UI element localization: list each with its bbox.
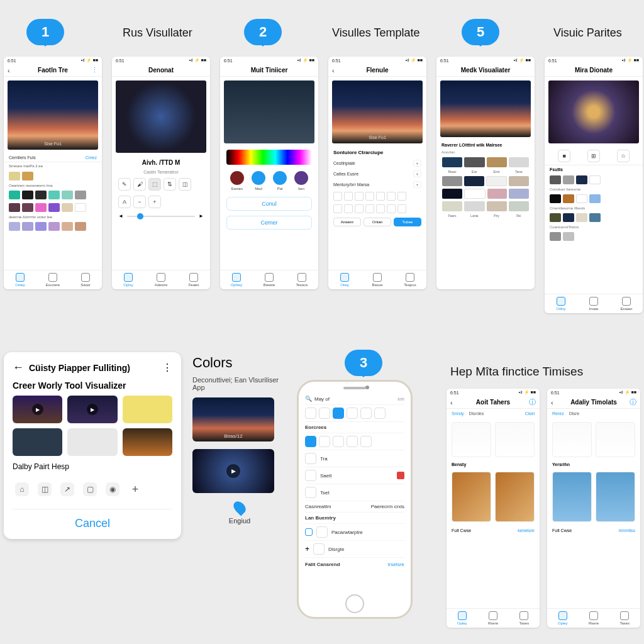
swatch[interactable]	[509, 157, 529, 167]
tool-selected[interactable]: ⬚	[148, 178, 161, 191]
back-icon[interactable]: ‹	[551, 399, 553, 406]
tab-2[interactable]: Rsere	[578, 609, 609, 628]
eye-icon[interactable]: ◉	[106, 482, 119, 496]
tool-text-icon[interactable]: A	[118, 196, 131, 208]
swatch-row[interactable]	[545, 174, 643, 186]
info-icon[interactable]: ⓘ	[529, 397, 536, 407]
plus-icon[interactable]: +	[128, 482, 142, 496]
tool-minus-icon[interactable]: −	[133, 196, 146, 208]
thumbnail[interactable]: ▶	[67, 396, 117, 423]
template-card[interactable]	[596, 422, 635, 457]
color-preview-2[interactable]: ▶	[192, 449, 274, 493]
template-card[interactable]	[452, 472, 491, 522]
cancel-button[interactable]: Cancel	[13, 509, 172, 530]
share-icon[interactable]: ↗	[60, 482, 74, 496]
tab-2[interactable]: Insee	[577, 294, 610, 313]
box-icon[interactable]: ▢	[83, 482, 97, 496]
tab-3[interactable]: Esaaer	[610, 294, 643, 313]
form-row-2[interactable]: Caties Eusre▾	[328, 169, 426, 179]
pill-1[interactable]: Anwenr	[333, 218, 361, 226]
tab[interactable]: Disre	[569, 411, 579, 416]
swatch[interactable]	[487, 201, 507, 211]
template-card[interactable]	[596, 472, 635, 522]
swatch[interactable]	[464, 157, 484, 167]
back-icon[interactable]: ‹	[8, 67, 10, 74]
template-card[interactable]	[495, 422, 535, 457]
swatch[interactable]	[442, 201, 462, 211]
button-1[interactable]: Conul	[226, 197, 312, 211]
tool-crop-icon[interactable]: ◫	[179, 178, 191, 191]
swatch[interactable]	[464, 176, 484, 186]
icon-1[interactable]: ■	[558, 150, 570, 162]
swatch[interactable]	[487, 189, 508, 199]
tool-brush-icon[interactable]: 🖌	[133, 178, 146, 191]
thumbnail[interactable]	[13, 428, 62, 456]
footer-action[interactable]: kenetsre	[518, 528, 535, 533]
circle-4[interactable]: Iten	[294, 171, 308, 191]
color-preview-1[interactable]: Biras/12	[192, 397, 274, 441]
tab-3[interactable]: Tesaus	[286, 270, 318, 289]
slider[interactable]: ◄►	[112, 211, 210, 221]
template-card[interactable]	[495, 472, 535, 522]
tool-plus-icon[interactable]: +	[148, 196, 161, 208]
back-icon[interactable]: ‹	[450, 399, 453, 406]
tool-chart-icon[interactable]: ⇅	[164, 178, 176, 191]
section-action[interactable]: Cmez	[86, 155, 97, 160]
icon-2[interactable]: ⊞	[587, 150, 600, 162]
swatch[interactable]	[464, 189, 486, 199]
home-button[interactable]	[345, 594, 364, 613]
item-row[interactable]: Tra	[305, 450, 404, 467]
pin-icon[interactable]	[231, 499, 248, 516]
swatch-row-3[interactable]	[4, 201, 102, 214]
tab-1[interactable]: Opley	[547, 609, 578, 628]
tab-2[interactable]: Basoe	[361, 270, 394, 289]
item-row[interactable]: Pacarwtarptre	[305, 524, 404, 541]
action-link[interactable]: Irsetsre	[387, 562, 404, 567]
item-row[interactable]: +Disrgte	[305, 541, 404, 558]
more-icon[interactable]: ⋮	[162, 362, 172, 374]
tab-1[interactable]: Opley	[447, 609, 477, 628]
tool-pen-icon[interactable]: ✎	[118, 178, 131, 191]
more-icon[interactable]: ⋮	[91, 66, 98, 74]
form-row-3[interactable]: Mentory/brr Marsa▾	[328, 179, 426, 190]
thumbnail[interactable]	[67, 428, 117, 456]
swatch-row[interactable]	[545, 230, 643, 243]
tab-1[interactable]: Oiilny	[545, 294, 577, 313]
tab-action[interactable]: Cisel	[525, 411, 535, 416]
template-card[interactable]	[552, 472, 592, 522]
tab-2[interactable]: Basete	[253, 270, 286, 289]
info-icon[interactable]: ⓘ	[630, 397, 636, 407]
swatch-row-1[interactable]	[4, 170, 102, 182]
tab-1[interactable]: Oplsy	[112, 270, 145, 289]
button-2[interactable]: Cemer	[226, 216, 312, 230]
swatch[interactable]	[487, 157, 507, 167]
form-row-1[interactable]: Cestlnpiale▾	[328, 158, 426, 169]
swatch[interactable]	[509, 201, 529, 211]
search-row[interactable]: 🔍May ofinh	[305, 393, 404, 405]
swatch-row[interactable]	[545, 211, 643, 224]
tab-3[interactable]: Teapos	[394, 270, 426, 289]
icon-3[interactable]: ☆	[617, 150, 630, 162]
circle-2[interactable]: Med	[252, 171, 265, 191]
template-card[interactable]	[452, 422, 491, 457]
thumbnail[interactable]	[123, 396, 172, 423]
pill-3[interactable]: Tubee	[394, 218, 421, 226]
thumbnail[interactable]: ▶	[13, 396, 62, 423]
tab-2[interactable]: Adestre	[145, 270, 177, 289]
template-card[interactable]	[552, 422, 592, 457]
swatch[interactable]	[509, 176, 529, 186]
swatch[interactable]	[509, 189, 529, 199]
tab-1[interactable]: Ophwy	[220, 270, 253, 289]
back-icon[interactable]: ←	[13, 361, 24, 374]
tab-3[interactable]: Saser	[69, 270, 102, 289]
tab-1[interactable]: Otwy	[328, 270, 361, 289]
circle-1[interactable]: Eastes	[230, 171, 244, 191]
tab[interactable]: Snrsly	[452, 411, 464, 416]
tab-3[interactable]: Tases	[609, 609, 640, 628]
swatch[interactable]	[486, 176, 508, 186]
thumbnail[interactable]	[123, 428, 172, 456]
back-icon[interactable]: ‹	[332, 67, 335, 74]
tab-1[interactable]: Ostey	[4, 270, 36, 289]
calendar-icon[interactable]: ◫	[38, 482, 52, 496]
swatch[interactable]	[442, 176, 462, 186]
